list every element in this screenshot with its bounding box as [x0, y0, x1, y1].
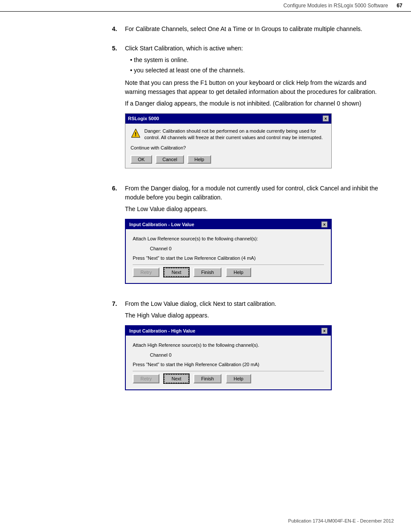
step-5-bullets: the system is online. you selected at le…: [130, 56, 385, 75]
rslogix-title: RSLogix 5000: [128, 115, 159, 122]
high-value-note: The High Value dialog appears.: [125, 311, 385, 320]
rslogix-body: ! Danger: Calibration should not be perf…: [125, 124, 331, 168]
high-help-button[interactable]: Help: [226, 374, 251, 383]
step-4-number: 4.: [112, 25, 122, 34]
page-number: 67: [397, 3, 402, 9]
step-5-content: Click Start Calibration, which is active…: [125, 44, 385, 176]
step-5-note: Note that you can press the F1 button on…: [125, 78, 385, 96]
low-value-close-button[interactable]: ×: [321, 221, 327, 227]
warning-text: Danger: Calibration should not be perfor…: [144, 128, 326, 141]
danger-cancel-button[interactable]: Cancel: [156, 155, 184, 164]
step-6: 6. From the Danger dialog, for a module …: [112, 184, 385, 292]
low-value-buttons: Retry Next Finish Help: [133, 264, 324, 279]
low-attach-text: Attach Low Reference source(s) to the fo…: [133, 235, 324, 243]
low-finish-button[interactable]: Finish: [193, 268, 221, 277]
high-value-title-bar: Input Calibration - High Value ×: [126, 326, 331, 336]
step-7-number: 7.: [112, 299, 122, 308]
low-value-body: Attach Low Reference source(s) to the fo…: [126, 229, 331, 283]
danger-dialog-wrapper: RSLogix 5000 × ! Danger: Calibration s: [125, 113, 385, 168]
step-5-extra: If a Danger dialog appears, the module i…: [125, 99, 385, 108]
danger-buttons: OK Cancel Help: [131, 155, 326, 164]
low-retry-button[interactable]: Retry: [133, 268, 159, 277]
low-help-button[interactable]: Help: [226, 268, 251, 277]
main-content: 4. For Calibrate Channels, select One At…: [0, 12, 411, 432]
low-value-dialog: Input Calibration - Low Value × Attach L…: [125, 219, 332, 284]
low-value-title: Input Calibration - Low Value: [129, 221, 194, 228]
bullet-channel: you selected at least one of the channel…: [130, 66, 385, 75]
rslogix-title-bar: RSLogix 5000 ×: [125, 114, 331, 124]
step-6-number: 6.: [112, 184, 122, 193]
low-value-dialog-wrapper: Input Calibration - Low Value × Attach L…: [125, 219, 385, 284]
step-4: 4. For Calibrate Channels, select One At…: [112, 25, 385, 36]
danger-ok-button[interactable]: OK: [131, 155, 152, 164]
step-6-content: From the Danger dialog, for a module not…: [125, 184, 385, 292]
step-5-number: 5.: [112, 44, 122, 53]
step-7: 7. From the Low Value dialog, click Next…: [112, 299, 385, 398]
high-value-close-button[interactable]: ×: [321, 328, 327, 334]
high-finish-button[interactable]: Finish: [193, 374, 221, 383]
svg-text:!: !: [135, 131, 137, 137]
high-retry-button[interactable]: Retry: [133, 374, 159, 383]
page-footer: Publication 1734-UM004F-EN-E - December …: [0, 518, 411, 523]
high-value-dialog: Input Calibration - High Value × Attach …: [125, 325, 332, 390]
high-next-button[interactable]: Next: [164, 374, 189, 383]
high-attach-text: Attach High Reference source(s) to the f…: [133, 342, 324, 349]
chapter-title: Configure Modules in RSLogix 5000 Softwa…: [283, 3, 388, 9]
high-value-title: Input Calibration - High Value: [129, 327, 195, 335]
low-press-text: Press "Next" to start the Low Reference …: [133, 255, 324, 262]
low-channel-text: Channel 0: [150, 245, 324, 252]
bullet-online: the system is online.: [130, 56, 385, 65]
continue-text: Continue with Calibration?: [131, 144, 326, 152]
publication-info: Publication 1734-UM004F-EN-E - December …: [288, 518, 394, 523]
high-channel-text: Channel 0: [150, 352, 324, 359]
high-value-dialog-wrapper: Input Calibration - High Value × Attach …: [125, 325, 385, 390]
warning-icon: !: [131, 128, 141, 138]
high-value-buttons: Retry Next Finish Help: [133, 371, 324, 385]
high-press-text: Press "Next" to start the High Reference…: [133, 361, 324, 368]
step-5: 5. Click Start Calibration, which is act…: [112, 44, 385, 176]
step-5-text: Click Start Calibration, which is active…: [125, 44, 385, 53]
danger-help-button[interactable]: Help: [187, 155, 211, 164]
rslogix-dialog: RSLogix 5000 × ! Danger: Calibration s: [125, 113, 332, 168]
step-4-text: For Calibrate Channels, select One At a …: [125, 25, 385, 34]
low-value-note: The Low Value dialog appears.: [125, 205, 385, 214]
step-6-text: From the Danger dialog, for a module not…: [125, 184, 385, 202]
step-7-text: From the Low Value dialog, click Next to…: [125, 299, 385, 308]
rslogix-close-button[interactable]: ×: [323, 115, 329, 121]
low-value-title-bar: Input Calibration - Low Value ×: [126, 220, 331, 230]
page-header: Configure Modules in RSLogix 5000 Softwa…: [0, 0, 411, 12]
step-4-content: For Calibrate Channels, select One At a …: [125, 25, 385, 36]
high-value-body: Attach High Reference source(s) to the f…: [126, 336, 331, 389]
warning-row: ! Danger: Calibration should not be perf…: [131, 128, 326, 141]
low-next-button[interactable]: Next: [164, 268, 189, 277]
step-7-content: From the Low Value dialog, click Next to…: [125, 299, 385, 398]
